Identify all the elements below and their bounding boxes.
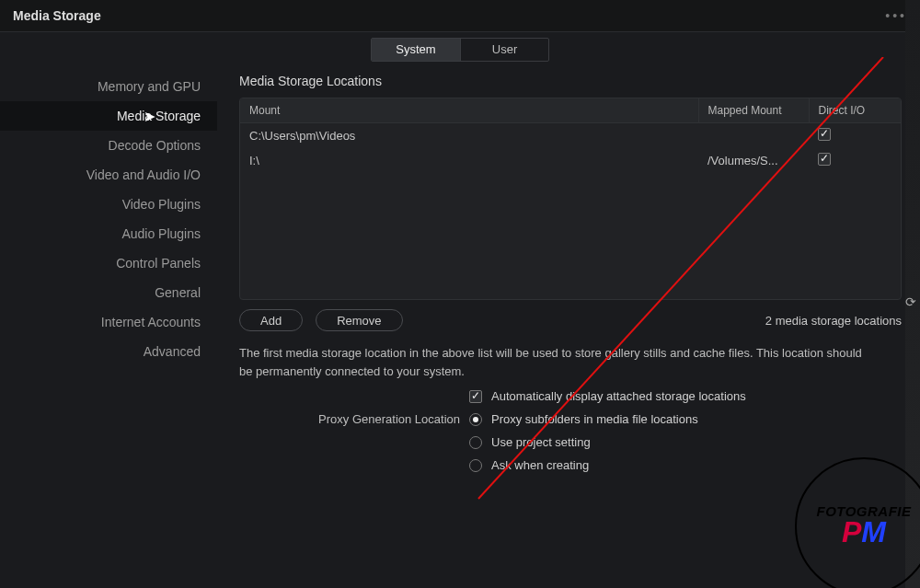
cell-direct bbox=[809, 148, 901, 173]
sidebar-item-label: Video Plugins bbox=[122, 197, 201, 212]
sidebar-item-advanced[interactable]: Advanced bbox=[0, 337, 217, 366]
section-title: Media Storage Locations bbox=[239, 74, 902, 88]
sidebar-item-label: Internet Accounts bbox=[101, 315, 201, 329]
cell-mapped: /Volumes/S... bbox=[698, 148, 809, 173]
sidebar-item-label: General bbox=[155, 285, 201, 300]
help-text: The first media storage location in the … bbox=[239, 344, 865, 380]
checkbox-direct-io[interactable] bbox=[818, 153, 831, 166]
tab-system[interactable]: System bbox=[372, 39, 460, 61]
content: Memory and GPU Media Storage Decode Opti… bbox=[0, 63, 920, 588]
proxy-label: Proxy Generation Location bbox=[239, 412, 460, 426]
sidebar-item-audio-plugins[interactable]: Audio Plugins bbox=[0, 219, 217, 248]
button-row: Add Remove 2 media storage locations bbox=[239, 309, 902, 331]
sidebar-item-label: Memory and GPU bbox=[98, 79, 201, 94]
remove-button[interactable]: Remove bbox=[316, 309, 402, 331]
titlebar: Media Storage ••• bbox=[0, 0, 920, 31]
storage-count-summary: 2 media storage locations bbox=[765, 314, 902, 328]
sidebar: Memory and GPU Media Storage Decode Opti… bbox=[0, 63, 217, 588]
proxy-ask-row: Ask when creating bbox=[239, 458, 902, 472]
auto-display-label: Automatically display attached storage l… bbox=[491, 389, 746, 403]
col-header-direct[interactable]: Direct I/O bbox=[809, 98, 901, 123]
more-icon[interactable]: ••• bbox=[885, 8, 907, 23]
proxy-ask-label: Ask when creating bbox=[491, 458, 589, 472]
proxy-project-label: Use project setting bbox=[491, 435, 591, 449]
sidebar-item-control-panels[interactable]: Control Panels bbox=[0, 248, 217, 278]
checkbox-auto-display[interactable] bbox=[469, 390, 482, 403]
table-row[interactable]: I:\ /Volumes/S... bbox=[240, 148, 901, 173]
radio-proxy-subfolders[interactable] bbox=[469, 413, 482, 426]
cell-direct bbox=[809, 123, 901, 149]
main-panel: Media Storage Locations Mount Mapped Mou… bbox=[217, 63, 920, 588]
cell-mount: I:\ bbox=[240, 148, 698, 173]
media-storage-table: Mount Mapped Mount Direct I/O C:\Users\p… bbox=[239, 98, 902, 300]
table-row[interactable]: C:\Users\pm\Videos bbox=[240, 123, 901, 149]
radio-proxy-project[interactable] bbox=[469, 436, 482, 449]
checkbox-direct-io[interactable] bbox=[818, 128, 831, 141]
col-header-mapped[interactable]: Mapped Mount bbox=[698, 98, 809, 123]
sidebar-item-internet-accounts[interactable]: Internet Accounts bbox=[0, 307, 217, 337]
sidebar-item-label: Video and Audio I/O bbox=[86, 167, 201, 182]
radio-proxy-ask[interactable] bbox=[469, 459, 482, 472]
auto-display-row: Automatically display attached storage l… bbox=[239, 389, 902, 403]
tab-group: System User bbox=[371, 38, 549, 62]
top-nav: System User bbox=[0, 31, 920, 63]
refresh-icon[interactable]: ⟳ bbox=[905, 294, 918, 307]
sidebar-item-media-storage[interactable]: Media Storage bbox=[0, 101, 217, 131]
sidebar-item-video-audio-io[interactable]: Video and Audio I/O bbox=[0, 160, 217, 190]
sidebar-item-label: Media Storage bbox=[117, 109, 201, 123]
proxy-project-row: Use project setting bbox=[239, 435, 902, 449]
sidebar-item-memory-gpu[interactable]: Memory and GPU bbox=[0, 72, 217, 101]
proxy-subfolders-label: Proxy subfolders in media file locations bbox=[491, 412, 698, 426]
cell-mapped bbox=[698, 123, 809, 149]
cell-mount: C:\Users\pm\Videos bbox=[240, 123, 698, 149]
tab-user[interactable]: User bbox=[460, 39, 548, 61]
col-header-mount[interactable]: Mount bbox=[240, 98, 698, 123]
sidebar-item-video-plugins[interactable]: Video Plugins bbox=[0, 190, 217, 219]
sidebar-item-label: Control Panels bbox=[116, 256, 201, 271]
sidebar-item-general[interactable]: General bbox=[0, 278, 217, 307]
sidebar-item-label: Decode Options bbox=[109, 138, 201, 153]
window-title: Media Storage bbox=[13, 8, 101, 23]
sidebar-item-decode-options[interactable]: Decode Options bbox=[0, 131, 217, 160]
sidebar-item-label: Advanced bbox=[144, 344, 201, 359]
proxy-subfolders-row: Proxy Generation Location Proxy subfolde… bbox=[239, 412, 902, 426]
add-button[interactable]: Add bbox=[239, 309, 303, 331]
sidebar-item-label: Audio Plugins bbox=[121, 226, 201, 241]
